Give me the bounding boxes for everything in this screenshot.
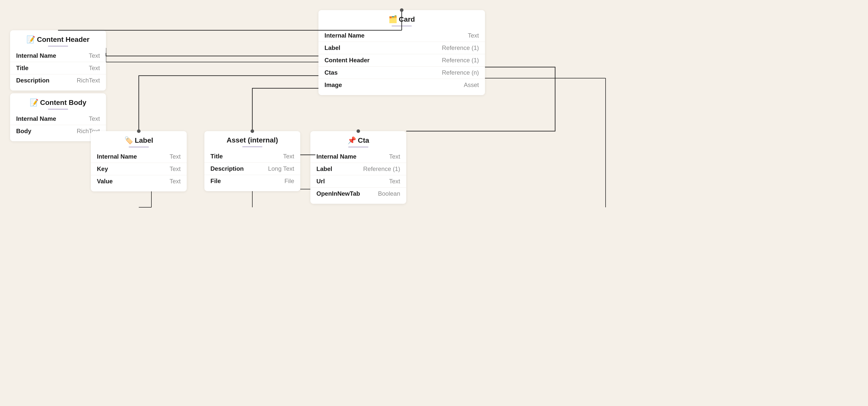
canvas: 🗂️ Card Internal Name Text Label Referen… (0, 0, 868, 406)
ch-field-title: Title Text (10, 62, 106, 74)
asset-field-file: File File (205, 175, 300, 187)
content-body-label: Content Body (40, 99, 87, 107)
asset-fields: Title Text Description Long Text File Fi… (205, 147, 300, 191)
card-fields: Internal Name Text Label Reference (1) C… (318, 27, 485, 95)
cta-fields: Internal Name Text Label Reference (1) U… (310, 147, 406, 204)
cta-field-open-in-new-tab: OpenInNewTab Boolean (310, 188, 406, 200)
lbl-field-internal-name: Internal Name Text (91, 150, 187, 163)
line-card-to-asset (252, 88, 318, 131)
cta-field-label: Label Reference (1) (310, 163, 406, 175)
content-body-title: 📝 Content Body (10, 93, 106, 109)
cta-field-internal-name: Internal Name Text (310, 150, 406, 163)
node-cta: 📌 Cta Internal Name Text Label Reference… (310, 131, 406, 204)
card-title: Card (399, 15, 415, 24)
card-field-internal-name: Internal Name Text (318, 30, 485, 42)
label-emoji: 🏷️ (124, 136, 133, 144)
cta-label: Cta (358, 136, 369, 144)
ch-field-internal-name: Internal Name Text (10, 50, 106, 62)
cta-field-url: Url Text (310, 175, 406, 188)
content-header-label: Content Header (37, 36, 89, 44)
asset-field-title: Title Text (205, 150, 300, 162)
card-field-image: Image Asset (318, 79, 485, 91)
node-label: 🏷️ Label Internal Name Text Key Text Val… (91, 131, 187, 192)
cta-title: 📌 Cta (310, 131, 406, 146)
lbl-field-value: Value Text (91, 175, 187, 188)
node-asset-internal: Asset (internal) Title Text Description … (205, 131, 300, 191)
content-header-fields: Internal Name Text Title Text Descriptio… (10, 47, 106, 91)
content-header-title: 📝 Content Header (10, 30, 106, 46)
cta-emoji: 📌 (347, 136, 356, 144)
content-header-emoji: 📝 (27, 35, 35, 44)
node-card: 🗂️ Card Internal Name Text Label Referen… (318, 10, 485, 95)
card-field-ctas: Ctas Reference (n) (318, 66, 485, 79)
line-card-to-label (139, 76, 318, 131)
label-label: Label (135, 136, 153, 144)
asset-field-description: Description Long Text (205, 162, 300, 175)
lbl-field-key: Key Text (91, 163, 187, 175)
line-card-to-content-header (106, 53, 318, 56)
node-card-header: 🗂️ Card (318, 10, 485, 26)
card-field-label: Label Reference (1) (318, 42, 485, 54)
card-field-content-header: Content Header Reference (1) (318, 54, 485, 66)
label-title: 🏷️ Label (91, 131, 187, 146)
ch-field-description: Description RichText (10, 74, 106, 87)
cb-field-internal-name: Internal Name Text (10, 113, 106, 125)
asset-label: Asset (internal) (226, 136, 278, 144)
asset-title: Asset (internal) (205, 131, 300, 146)
label-fields: Internal Name Text Key Text Value Text (91, 147, 187, 192)
content-body-emoji: 📝 (30, 98, 39, 107)
card-emoji: 🗂️ (389, 15, 397, 24)
node-content-header: 📝 Content Header Internal Name Text Titl… (10, 30, 106, 91)
